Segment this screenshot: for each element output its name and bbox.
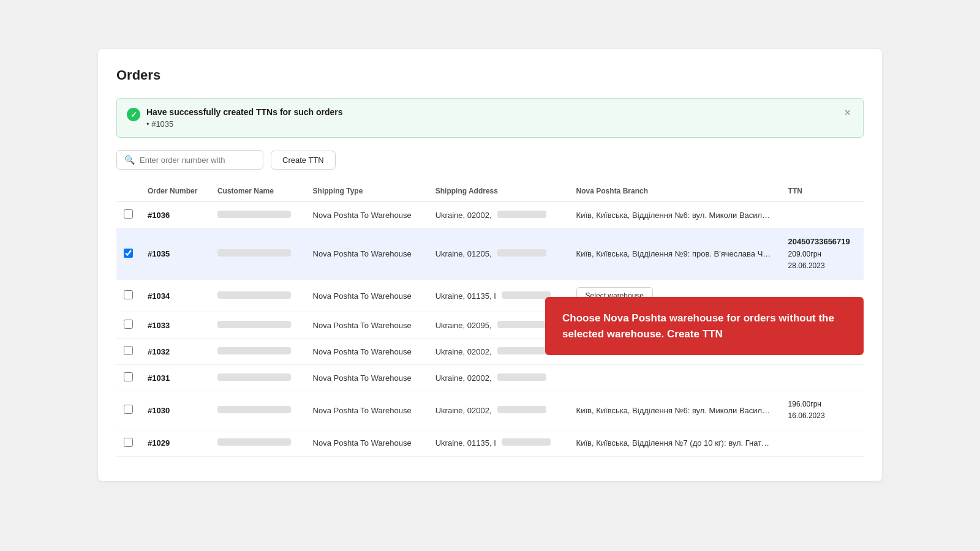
address-skeleton [502, 438, 551, 446]
customer-skeleton [217, 321, 291, 328]
page-title: Orders [116, 67, 864, 83]
address-skeleton [497, 373, 546, 381]
order-number: #1033 [148, 321, 170, 330]
shipping-type: Nova Poshta To Warehouse [306, 228, 428, 280]
address-skeleton [497, 321, 546, 328]
page-container: Orders Have successfully created TTNs fo… [98, 49, 882, 481]
success-order-id: • #1035 [146, 119, 343, 129]
shipping-type: Nova Poshta To Warehouse [306, 280, 428, 312]
col-customer-name: Customer Name [210, 181, 306, 202]
success-banner: Have successfully created TTNs for such … [116, 98, 864, 138]
branch-text: Київ, Київська, Відділення №9: пров. В'я… [569, 228, 781, 280]
order-number: #1029 [148, 438, 170, 448]
create-ttn-button[interactable]: Create TTN [271, 151, 336, 170]
row-checkbox-1036[interactable] [124, 209, 133, 219]
tooltip-box: Choose Nova Poshta warehouse for orders … [545, 297, 864, 355]
address-text: Ukraine, 02002, [435, 373, 492, 383]
customer-skeleton [217, 406, 291, 413]
table-row: #1031 Nova Poshta To Warehouse Ukraine, … [116, 365, 864, 391]
shipping-type: Nova Poshta To Warehouse [306, 365, 428, 391]
table-row: #1036 Nova Poshta To Warehouse Ukraine, … [116, 202, 864, 228]
customer-skeleton [217, 373, 291, 381]
order-number: #1036 [148, 211, 170, 220]
order-number: #1031 [148, 373, 170, 383]
ttn-value: 196.00грн 16.06.2023 [781, 391, 864, 430]
branch-text: Київ, Київська, Відділення №7 (до 10 кг)… [569, 430, 781, 456]
ttn-value [781, 365, 864, 391]
tooltip-text: Choose Nova Poshta warehouse for orders … [562, 312, 834, 340]
table-row: #1035 Nova Poshta To Warehouse Ukraine, … [116, 228, 864, 280]
table-row: #1029 Nova Poshta To Warehouse Ukraine, … [116, 430, 864, 456]
address-skeleton [497, 211, 546, 218]
branch-text [569, 365, 781, 391]
success-banner-content: Have successfully created TTNs for such … [127, 107, 343, 129]
order-number: #1032 [148, 347, 170, 356]
col-shipping-address: Shipping Address [428, 181, 569, 202]
col-checkbox [116, 181, 140, 202]
order-number: #1034 [148, 291, 170, 301]
address-text: Ukraine, 02002, [435, 406, 492, 415]
address-text: Ukraine, 01135, І [435, 291, 496, 301]
table-wrap: Order Number Customer Name Shipping Type… [116, 181, 864, 457]
customer-skeleton [217, 291, 291, 299]
row-checkbox-1033[interactable] [124, 320, 133, 329]
col-ttn: TTN [781, 181, 864, 202]
col-shipping-type: Shipping Type [306, 181, 428, 202]
ttn-number: 20450733656719 [788, 236, 856, 249]
row-checkbox-1035[interactable] [124, 249, 133, 258]
address-skeleton [502, 291, 551, 299]
customer-skeleton [217, 347, 291, 354]
customer-skeleton [217, 249, 291, 257]
address-skeleton [497, 406, 546, 413]
customer-skeleton [217, 211, 291, 218]
shipping-type: Nova Poshta To Warehouse [306, 202, 428, 228]
success-icon [127, 108, 140, 121]
row-checkbox-1029[interactable] [124, 438, 133, 447]
shipping-type: Nova Poshta To Warehouse [306, 430, 428, 456]
shipping-type: Nova Poshta To Warehouse [306, 391, 428, 430]
col-order-number: Order Number [140, 181, 210, 202]
ttn-value [781, 202, 864, 228]
search-wrap: 🔍 [116, 150, 263, 170]
row-checkbox-1034[interactable] [124, 290, 133, 299]
address-text: Ukraine, 02002, [435, 211, 492, 220]
address-text: Ukraine, 01205, [435, 249, 492, 258]
address-skeleton [497, 249, 546, 257]
ttn-price: 209.00грн [788, 249, 856, 260]
ttn-value [781, 430, 864, 456]
search-icon: 🔍 [124, 155, 135, 165]
address-text: Ukraine, 01135, І [435, 438, 496, 448]
shipping-type: Nova Poshta To Warehouse [306, 312, 428, 339]
ttn-date: 28.06.2023 [788, 260, 856, 272]
success-message: Have successfully created TTNs for such … [146, 107, 343, 117]
address-text: Ukraine, 02002, [435, 347, 492, 356]
row-checkbox-1030[interactable] [124, 405, 133, 414]
search-input[interactable] [140, 156, 255, 165]
ttn-date: 16.06.2023 [788, 410, 856, 422]
address-skeleton [497, 347, 546, 354]
row-checkbox-1031[interactable] [124, 372, 133, 381]
address-text: Ukraine, 02095, [435, 321, 492, 330]
order-number: #1030 [148, 406, 170, 415]
table-row: #1030 Nova Poshta To Warehouse Ukraine, … [116, 391, 864, 430]
row-checkbox-1032[interactable] [124, 346, 133, 355]
ttn-price: 196.00грн [788, 399, 856, 410]
customer-skeleton [217, 438, 291, 446]
toolbar: 🔍 Create TTN [116, 150, 864, 170]
close-banner-button[interactable]: × [842, 107, 853, 118]
col-nova-poshta: Nova Poshta Branch [569, 181, 781, 202]
branch-text: Київ, Київська, Відділення №6: вул. Мико… [569, 391, 781, 430]
order-number: #1035 [148, 249, 170, 258]
branch-text: Київ, Київська, Відділення №6: вул. Мико… [569, 202, 781, 228]
success-text: Have successfully created TTNs for such … [146, 107, 343, 129]
ttn-value: 20450733656719 209.00грн 28.06.2023 [781, 228, 864, 280]
shipping-type: Nova Poshta To Warehouse [306, 339, 428, 365]
